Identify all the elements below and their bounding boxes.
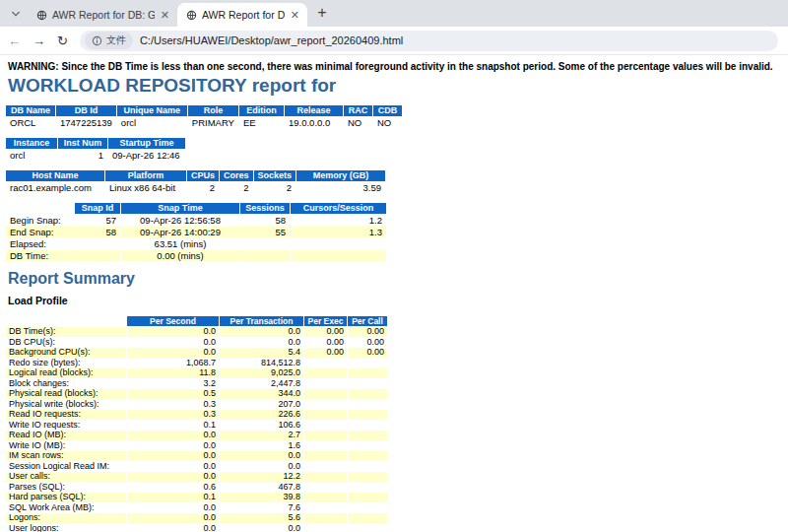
site-info-chip[interactable]: 文件	[85, 32, 133, 49]
column-header: Memory (GB)	[296, 170, 385, 181]
table-row: Redo size (bytes):1,068.7814,512.8	[6, 359, 387, 368]
table-cell: 09-Apr-26 14:00:29	[121, 227, 239, 237]
table-row: SQL Work Area (MB):0.07.6	[6, 503, 387, 513]
table-cell: EE	[239, 117, 284, 128]
column-header: Per Second	[127, 316, 219, 326]
table-cell	[304, 368, 347, 378]
column-header: Edition	[239, 105, 284, 116]
table-cell: 0.00	[304, 327, 347, 337]
table-cell: 0.0	[127, 503, 219, 513]
table-cell: 2.7	[220, 431, 303, 440]
table-cell: 58	[240, 215, 290, 226]
table-row: DB Time(s):0.00.00.000.00	[6, 327, 387, 337]
table-cell	[348, 368, 387, 378]
table-cell: 0.0	[220, 451, 303, 461]
table-cell: 467.8	[220, 483, 303, 493]
new-tab-button[interactable]: +	[311, 2, 333, 24]
table-row: User logons:0.00.0	[6, 524, 387, 532]
browser-tab-inactive[interactable]: AWR Report for DB: GZBDC ✕	[28, 3, 177, 27]
table-cell: 7.6	[220, 503, 303, 513]
table-cell	[304, 513, 347, 523]
tab-close-icon[interactable]: ✕	[160, 9, 170, 22]
column-header: Snap Id	[75, 203, 120, 214]
table-cell: 5.4	[220, 348, 303, 358]
tab-title: AWR Report for DB: GZBDC	[52, 9, 155, 21]
table-cell: ORCL	[6, 117, 55, 128]
column-header: Snap Time	[121, 203, 239, 214]
column-header: Cursors/Session	[291, 203, 386, 214]
file-chip-label: 文件	[106, 33, 126, 47]
column-header: RAC	[344, 105, 372, 116]
table-cell: 1	[58, 150, 107, 161]
table-cell: 0.1	[127, 493, 219, 502]
table-cell: 0.00	[348, 327, 387, 337]
table-cell: 0.0	[127, 451, 219, 461]
table-row: Begin Snap:5709-Apr-26 12:56:58581.2	[6, 215, 386, 226]
table-cell: Parses (SQL):	[6, 483, 126, 493]
column-header: Release	[285, 105, 343, 116]
table-cell: 0.5	[127, 389, 219, 399]
table-cell: NO	[344, 117, 372, 128]
table-cell: 2	[187, 182, 219, 193]
browser-tab-active[interactable]: AWR Report for DB: ORCL, In ✕	[177, 3, 307, 27]
table-cell: 19.0.0.0.0	[285, 117, 343, 128]
table-cell: 0.1	[127, 421, 219, 431]
table-cell	[348, 410, 387, 420]
table-cell: DB CPU(s):	[6, 338, 126, 348]
globe-favicon-icon	[36, 10, 47, 21]
table-row: Logons:0.05.6	[6, 513, 387, 523]
table-row: Block changes:3.22,447.8	[6, 379, 387, 389]
table-row: Hard parses (SQL):0.139.8	[6, 493, 387, 502]
table-cell: Background CPU(s):	[6, 348, 126, 358]
table-cell	[348, 421, 387, 431]
table-row: Logical read (blocks):11.89,025.0	[6, 368, 387, 378]
table-cell	[348, 441, 387, 451]
address-bar[interactable]: 文件 C:/Users/HUAWEI/Desktop/awr_report_20…	[80, 31, 778, 51]
table-row: Background CPU(s):0.05.40.000.00	[6, 348, 387, 358]
table-cell: 0.0	[127, 338, 219, 348]
table-row: IM scan rows:0.00.0	[6, 451, 387, 461]
table-cell	[348, 524, 387, 532]
table-cell: 57	[75, 215, 120, 226]
back-icon[interactable]: ←	[8, 34, 21, 47]
table-cell: 1.6	[220, 441, 303, 451]
table-cell: 106.6	[220, 421, 303, 431]
reload-icon[interactable]: ↻	[57, 34, 68, 47]
table-row: Read IO requests:0.3226.6	[6, 410, 387, 420]
host-table: Host NamePlatformCPUsCoresSocketsMemory …	[5, 169, 386, 194]
url-text[interactable]: C:/Users/HUAWEI/Desktop/awr_report_20260…	[140, 34, 403, 46]
table-cell	[304, 431, 347, 440]
column-header: Per Exec	[304, 316, 347, 326]
load-profile-table: Per SecondPer TransactionPer ExecPer Cal…	[5, 315, 388, 532]
table-row: User calls:0.012.2	[6, 472, 387, 482]
table-cell: 11.8	[127, 368, 219, 378]
table-cell: 0.0	[220, 524, 303, 532]
column-header: DB Id	[56, 105, 116, 116]
table-cell: 0.0	[127, 441, 219, 451]
browser-toolbar: ← → ↻ 文件 C:/Users/HUAWEI/Desktop/awr_rep…	[0, 27, 788, 55]
tab-close-icon[interactable]: ✕	[290, 9, 300, 22]
table-row: rac01.example.comLinux x86 64-bit2223.59	[6, 182, 385, 193]
table-cell	[240, 238, 290, 249]
table-cell: Block changes:	[6, 379, 126, 389]
table-cell: 1,068.7	[127, 359, 219, 368]
table-cell	[348, 503, 387, 513]
info-icon	[92, 35, 102, 46]
table-cell: 1.2	[291, 215, 386, 226]
table-cell	[304, 483, 347, 493]
column-header: Startup Time	[108, 138, 185, 149]
table-cell: Read IO (MB):	[6, 431, 126, 440]
table-cell	[348, 472, 387, 482]
table-cell	[348, 513, 387, 523]
column-header: CDB	[373, 105, 402, 116]
table-cell	[348, 400, 387, 410]
table-cell: DB Time:	[6, 250, 74, 261]
table-cell: 0.00	[304, 338, 347, 348]
table-cell: 0.00 (mins)	[121, 250, 239, 261]
forward-icon[interactable]: →	[33, 34, 45, 47]
table-row: Session Logical Read IM:0.00.0	[6, 462, 387, 472]
table-row: Physical write (blocks):0.3207.0	[6, 400, 387, 410]
table-cell: IM scan rows:	[6, 451, 126, 461]
tab-search-button[interactable]	[6, 4, 26, 24]
table-cell: 0.0	[127, 348, 219, 358]
